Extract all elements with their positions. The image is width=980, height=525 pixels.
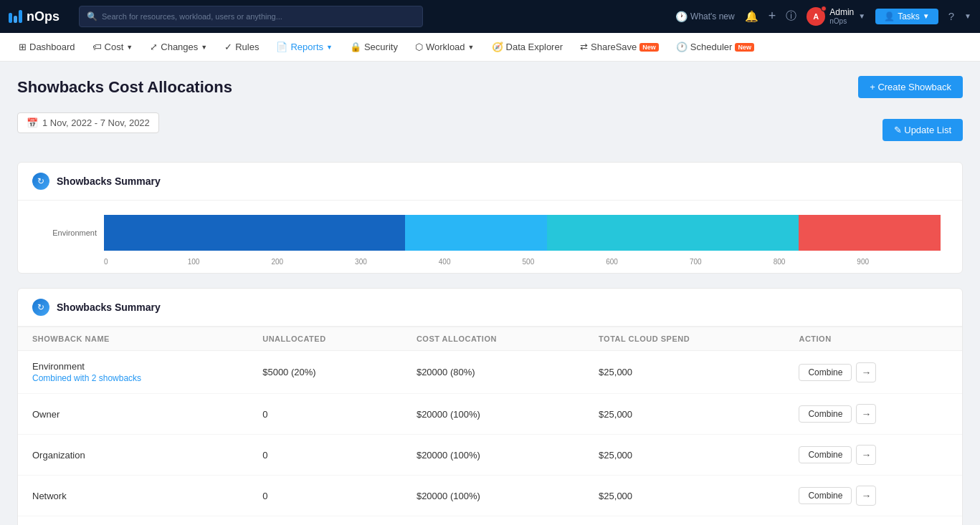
table-body: Environment Combined with 2 showbacks $5… bbox=[18, 351, 962, 526]
arrow-button-organization[interactable]: → bbox=[856, 445, 876, 465]
lock-icon: 🔒 bbox=[350, 42, 361, 52]
cell-name-environment: Environment Combined with 2 showbacks bbox=[18, 351, 248, 394]
cell-unallocated-owner: 0 bbox=[248, 394, 402, 435]
user-chevron-icon: ▼ bbox=[858, 12, 865, 20]
bar-segment-3 bbox=[547, 215, 798, 251]
tasks-person-icon: 👤 bbox=[884, 11, 895, 21]
menu-cost[interactable]: 🏷 Cost ▼ bbox=[85, 39, 141, 55]
chart-x-axis: 0 100 200 300 400 500 600 700 800 900 bbox=[39, 258, 941, 266]
whats-new-icon: 🕐 bbox=[675, 11, 688, 22]
chart-card-header: ↻ Showbacks Summary bbox=[18, 163, 962, 201]
calendar-icon: 📅 bbox=[27, 117, 38, 128]
table-container: SHOWBACK NAME UNALLOCATED COST ALLOCATIO… bbox=[18, 327, 962, 525]
menu-sharesave[interactable]: ⇄ ShareSave New bbox=[573, 39, 666, 55]
menu-sharesave-label: ShareSave bbox=[591, 42, 637, 52]
menu-security[interactable]: 🔒 Security bbox=[343, 39, 405, 55]
menu-scheduler-label: Scheduler bbox=[690, 42, 733, 52]
cell-total-spend-application: $25,000 bbox=[584, 516, 784, 526]
cell-unallocated-network: 0 bbox=[248, 476, 402, 516]
cell-unallocated-application: 0 bbox=[248, 516, 402, 526]
menu-reports[interactable]: 📄 Reports ▼ bbox=[269, 39, 339, 55]
avatar: A bbox=[807, 7, 825, 26]
create-showback-button[interactable]: + Create Showback bbox=[858, 76, 963, 98]
cell-unallocated-organization: 0 bbox=[248, 435, 402, 476]
menu-security-label: Security bbox=[364, 42, 398, 52]
rules-icon: ✓ bbox=[224, 42, 232, 52]
workload-icon: ⬡ bbox=[415, 42, 423, 52]
x-tick-600: 600 bbox=[606, 258, 690, 266]
search-placeholder: Search for resources, workload, users or… bbox=[102, 12, 282, 21]
menu-changes[interactable]: ⤢ Changes ▼ bbox=[143, 39, 214, 55]
page-title: Showbacks Cost Allocations bbox=[17, 78, 232, 97]
combine-button-organization[interactable]: Combine bbox=[799, 446, 852, 463]
menu-workload[interactable]: ⬡ Workload ▼ bbox=[408, 39, 482, 55]
menu-scheduler[interactable]: 🕐 Scheduler New bbox=[669, 39, 761, 55]
chart-row: Environment bbox=[39, 215, 941, 251]
whats-new-btn[interactable]: 🕐 What's new bbox=[675, 11, 735, 22]
arrow-button-environment[interactable]: → bbox=[856, 362, 876, 382]
plus-icon[interactable]: + bbox=[769, 9, 776, 24]
cell-cost-allocation-owner: $20000 (100%) bbox=[402, 394, 584, 435]
date-range-text: 1 Nov, 2022 - 7 Nov, 2022 bbox=[42, 117, 150, 128]
arrow-button-owner[interactable]: → bbox=[856, 404, 876, 424]
logo[interactable]: nOps bbox=[9, 9, 66, 24]
combine-button-environment[interactable]: Combine bbox=[799, 364, 852, 381]
tasks-label: Tasks bbox=[898, 11, 920, 21]
menu-bar: ⊞ Dashboard 🏷 Cost ▼ ⤢ Changes ▼ ✓ Rules… bbox=[0, 33, 980, 62]
search-bar[interactable]: 🔍 Search for resources, workload, users … bbox=[79, 6, 423, 27]
settings-chevron-icon[interactable]: ▼ bbox=[964, 12, 971, 20]
row-sub-environment[interactable]: Combined with 2 showbacks bbox=[32, 373, 234, 383]
search-icon: 🔍 bbox=[87, 11, 97, 21]
table-row: Organization 0 $20000 (100%) $25,000 Com… bbox=[18, 435, 962, 476]
menu-rules[interactable]: ✓ Rules bbox=[217, 39, 266, 55]
menu-reports-label: Reports bbox=[290, 42, 323, 52]
clock-icon: 🕐 bbox=[676, 42, 688, 52]
update-list-button[interactable]: ✎ Update List bbox=[883, 119, 963, 141]
menu-dashboard-label: Dashboard bbox=[29, 42, 75, 52]
menu-data-explorer-label: Data Explorer bbox=[506, 42, 563, 52]
page-header: Showbacks Cost Allocations + Create Show… bbox=[17, 76, 963, 98]
grid-icon: ⊞ bbox=[19, 42, 27, 52]
cell-action-network: Combine → bbox=[784, 476, 962, 516]
chart-y-label: Environment bbox=[39, 228, 97, 237]
changes-icon: ⤢ bbox=[150, 42, 158, 52]
page-content: Showbacks Cost Allocations + Create Show… bbox=[0, 62, 980, 525]
col-cost-allocation: COST ALLOCATION bbox=[402, 327, 584, 351]
table-row: Owner 0 $20000 (100%) $25,000 Combine → bbox=[18, 394, 962, 435]
date-range-picker[interactable]: 📅 1 Nov, 2022 - 7 Nov, 2022 bbox=[17, 112, 159, 133]
cell-cost-allocation-application: $20000 (100%) bbox=[402, 516, 584, 526]
tasks-button[interactable]: 👤 Tasks ▼ bbox=[875, 9, 938, 24]
user-menu[interactable]: A Admin nOps ▼ bbox=[807, 7, 865, 26]
info-icon[interactable]: ⓘ bbox=[786, 9, 796, 23]
bell-icon[interactable]: 🔔 bbox=[745, 10, 758, 23]
x-tick-400: 400 bbox=[439, 258, 523, 266]
col-unallocated: UNALLOCATED bbox=[248, 327, 402, 351]
menu-dashboard[interactable]: ⊞ Dashboard bbox=[11, 39, 82, 55]
menu-cost-label: Cost bbox=[105, 42, 124, 52]
user-name: Admin bbox=[829, 7, 854, 17]
col-action: ACTION bbox=[784, 327, 962, 351]
cell-cost-allocation-environment: $20000 (80%) bbox=[402, 351, 584, 394]
nav-right: 🕐 What's new 🔔 + ⓘ A Admin nOps ▼ 👤 Task… bbox=[675, 7, 971, 26]
cell-name-organization: Organization bbox=[18, 435, 248, 476]
table-head: SHOWBACK NAME UNALLOCATED COST ALLOCATIO… bbox=[18, 327, 962, 351]
cell-cost-allocation-network: $20000 (100%) bbox=[402, 476, 584, 516]
arrow-button-network[interactable]: → bbox=[856, 486, 876, 506]
cell-total-spend-organization: $25,000 bbox=[584, 435, 784, 476]
combine-button-owner[interactable]: Combine bbox=[799, 405, 852, 423]
bar-segment-1 bbox=[104, 215, 405, 251]
table-card: ↻ Showbacks Summary SHOWBACK NAME UNALLO… bbox=[17, 288, 963, 525]
cost-chevron-icon: ▼ bbox=[126, 44, 133, 51]
reports-chevron-icon: ▼ bbox=[326, 44, 333, 51]
combine-button-network[interactable]: Combine bbox=[799, 487, 852, 504]
changes-chevron-icon: ▼ bbox=[201, 44, 207, 51]
menu-data-explorer[interactable]: 🧭 Data Explorer bbox=[485, 39, 570, 55]
bar-segment-2 bbox=[405, 215, 547, 251]
compass-icon: 🧭 bbox=[492, 42, 503, 52]
cell-name-owner: Owner bbox=[18, 394, 248, 435]
chart-title: Showbacks Summary bbox=[57, 175, 161, 187]
cell-action-owner: Combine → bbox=[784, 394, 962, 435]
menu-changes-label: Changes bbox=[161, 42, 198, 52]
avatar-badge bbox=[821, 6, 827, 11]
help-icon[interactable]: ? bbox=[948, 10, 954, 22]
